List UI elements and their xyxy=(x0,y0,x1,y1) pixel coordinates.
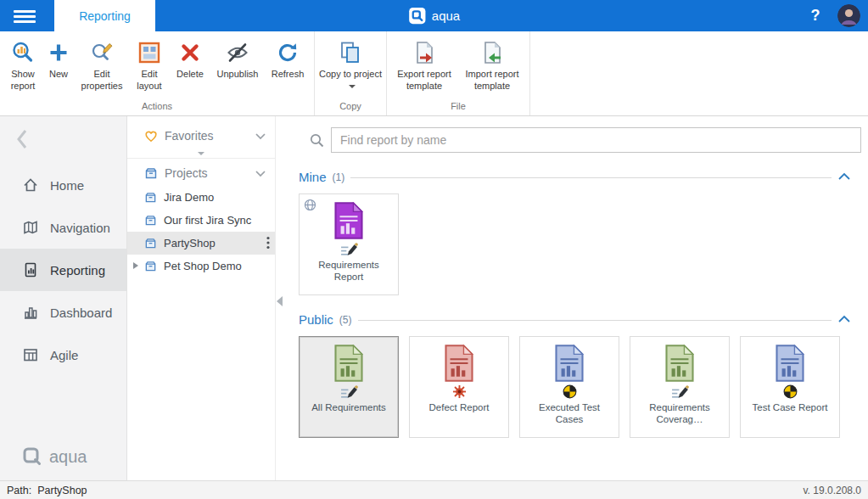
import-template-button[interactable]: Import report template xyxy=(458,35,526,100)
button-label: Export report template xyxy=(390,69,458,93)
sidebar-item-home[interactable]: Home xyxy=(0,164,126,206)
button-label: Import report template xyxy=(458,69,526,93)
favorites-label: Favorites xyxy=(165,129,214,143)
report-doc-icon xyxy=(775,345,805,382)
section-title: Mine xyxy=(299,170,327,184)
sidebar-item-reporting[interactable]: Reporting xyxy=(0,249,126,291)
tree-item-partyshop[interactable]: PartyShop xyxy=(127,232,275,255)
ribbon-group-actions: Show report New Edit pro xyxy=(0,31,315,115)
tree-splitter[interactable] xyxy=(127,149,275,159)
report-card-label: All Requirements xyxy=(306,401,391,413)
button-label: Delete xyxy=(176,69,204,81)
collapse-tree-handle[interactable] xyxy=(277,296,283,306)
tree-item-label: Our first Jira Sync xyxy=(164,214,251,227)
unpublish-icon xyxy=(226,39,249,66)
report-card-executed-test-cases[interactable]: Executed Test Cases xyxy=(519,336,619,438)
splitter-caret-icon xyxy=(197,151,205,156)
sidebar-item-label: Dashboard xyxy=(50,306,112,320)
button-label: Unpublish xyxy=(217,69,259,81)
button-label: Edit properties xyxy=(75,69,129,93)
report-card-all-requirements[interactable]: All Requirements xyxy=(299,336,399,438)
edit-properties-icon xyxy=(90,39,114,66)
sidebar-item-label: Agile xyxy=(50,348,78,362)
section-mine-header: Mine (1) xyxy=(299,168,851,185)
report-card-label: Defect Report xyxy=(424,401,495,413)
tree-item-label: Jira Demo xyxy=(164,191,214,204)
section-rule xyxy=(350,177,832,178)
edit-marker-icon xyxy=(340,241,358,256)
sidebar-item-agile[interactable]: Agile xyxy=(0,334,126,376)
edit-marker-icon xyxy=(671,384,689,399)
agile-board-icon xyxy=(22,346,39,363)
report-card-defect-report[interactable]: Defect Report xyxy=(409,336,509,438)
copy-icon xyxy=(339,39,362,66)
button-label: Refresh xyxy=(272,69,305,81)
export-icon xyxy=(412,39,436,66)
edit-layout-button[interactable]: Edit layout xyxy=(129,35,170,100)
app-title: aqua xyxy=(432,8,460,23)
help-button[interactable]: ? xyxy=(804,0,827,31)
dashboard-icon xyxy=(22,304,39,321)
tab-label: Reporting xyxy=(79,9,131,23)
show-report-icon xyxy=(11,39,35,66)
delete-button[interactable]: Delete xyxy=(170,35,210,100)
import-icon xyxy=(480,39,504,66)
collapse-section-button[interactable] xyxy=(837,172,851,181)
unpublish-button[interactable]: Unpublish xyxy=(210,35,265,100)
tree-item-pet-shop-demo[interactable]: Pet Shop Demo xyxy=(127,255,275,278)
export-template-button[interactable]: Export report template xyxy=(390,35,458,100)
report-icon xyxy=(22,261,39,278)
kebab-menu-icon[interactable] xyxy=(266,236,270,252)
sidebar-item-navigation[interactable]: Navigation xyxy=(0,206,126,249)
new-button[interactable]: New xyxy=(42,35,75,100)
sidebar-item-label: Home xyxy=(50,178,84,193)
project-icon xyxy=(144,260,157,272)
project-icon xyxy=(144,237,157,250)
home-icon xyxy=(22,177,39,193)
projects-header[interactable]: Projects xyxy=(127,160,275,186)
report-card-test-case-report[interactable]: Test Case Report xyxy=(740,336,840,438)
button-label: New xyxy=(49,69,68,81)
aqua-logo-icon xyxy=(408,7,426,25)
favorites-header[interactable]: Favorites xyxy=(127,123,275,149)
chevron-down-icon[interactable] xyxy=(255,132,266,140)
user-avatar[interactable] xyxy=(837,4,860,27)
section-title: Public xyxy=(299,312,333,327)
collapse-section-button[interactable] xyxy=(837,315,851,323)
search-input[interactable] xyxy=(331,127,861,153)
tab-reporting[interactable]: Reporting xyxy=(54,0,155,31)
button-label: Copy to project xyxy=(319,69,382,79)
ribbon-group-label: File xyxy=(387,100,529,115)
edit-properties-button[interactable]: Edit properties xyxy=(75,35,129,100)
edit-layout-icon xyxy=(137,39,161,66)
hamburger-menu-icon[interactable] xyxy=(14,8,36,24)
collapse-sidebar-button[interactable] xyxy=(15,128,29,153)
button-label: Edit layout xyxy=(129,69,170,93)
tree-item-our-first-jira-sync[interactable]: Our first Jira Sync xyxy=(127,209,275,232)
refresh-button[interactable]: Refresh xyxy=(265,35,311,100)
projects-icon xyxy=(144,166,158,180)
report-card-label: Test Case Report xyxy=(748,401,833,413)
copy-to-project-button[interactable]: Copy to project xyxy=(318,35,383,100)
mine-cards-row: Requirements Report xyxy=(299,193,851,295)
section-count: (1) xyxy=(333,170,345,183)
report-card-requirements-report[interactable]: Requirements Report xyxy=(299,193,399,295)
show-report-button[interactable]: Show report xyxy=(3,35,42,100)
report-doc-icon xyxy=(444,345,474,382)
sidebar-item-dashboard[interactable]: Dashboard xyxy=(0,291,126,334)
expander-icon[interactable] xyxy=(133,262,138,269)
project-icon xyxy=(144,214,157,227)
section-count: (5) xyxy=(339,312,352,326)
ribbon-group-file: Export report template Import report tem… xyxy=(387,31,530,115)
sidebar-item-label: Reporting xyxy=(50,263,105,278)
ribbon-group-copy: Copy to project Copy xyxy=(315,31,387,115)
tree-item-label: Pet Shop Demo xyxy=(164,260,242,272)
left-sidebar: Home Navigation Reporting xyxy=(0,116,127,480)
status-bar: Path: PartyShop v. 19.0.208.0 xyxy=(0,480,868,499)
search-icon xyxy=(310,133,324,148)
tree-item-jira-demo[interactable]: Jira Demo xyxy=(127,186,275,209)
chevron-down-icon[interactable] xyxy=(255,170,266,177)
report-card-requirements-coverage[interactable]: Requirements Coverag… xyxy=(630,336,730,438)
tree-item-label: PartyShop xyxy=(164,237,216,250)
sidebar-item-label: Navigation xyxy=(50,221,110,235)
